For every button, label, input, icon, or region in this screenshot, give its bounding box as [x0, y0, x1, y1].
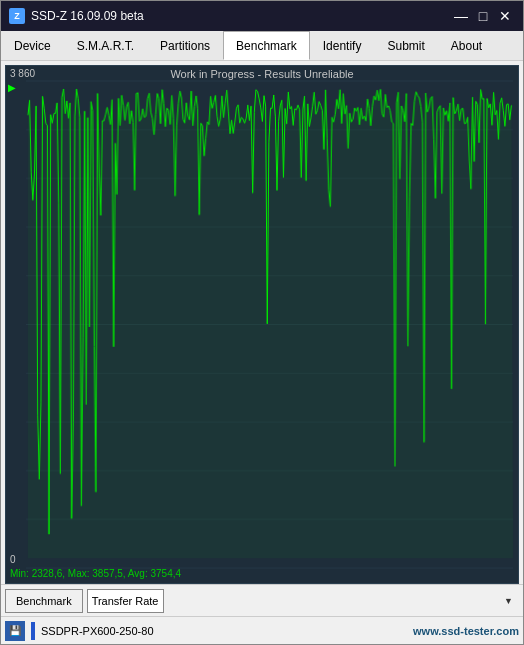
- chart-type-dropdown[interactable]: Transfer Rate Access Time IOPS: [87, 589, 164, 613]
- status-bar: 💾 SSDPR-PX600-250-80 www.ssd-tester.com: [1, 616, 523, 644]
- benchmark-canvas: [6, 66, 518, 583]
- benchmark-chart-container: 3 860 Work in Progress - Results Unrelia…: [5, 65, 519, 584]
- drive-name-label: SSDPR-PX600-250-80: [41, 625, 407, 637]
- chart-y-min-label: 0: [10, 554, 16, 565]
- window-controls: — □ ✕: [451, 6, 515, 26]
- title-bar: Z SSD-Z 16.09.09 beta — □ ✕: [1, 1, 523, 31]
- main-window: Z SSD-Z 16.09.09 beta — □ ✕ Device S.M.A…: [0, 0, 524, 645]
- chart-title: Work in Progress - Results Unreliable: [6, 68, 518, 80]
- chart-type-dropdown-wrapper: Transfer Rate Access Time IOPS: [87, 589, 519, 613]
- menu-item-partitions[interactable]: Partitions: [147, 31, 223, 60]
- minimize-button[interactable]: —: [451, 6, 471, 26]
- website-label: www.ssd-tester.com: [413, 625, 519, 637]
- title-bar-left: Z SSD-Z 16.09.09 beta: [9, 8, 144, 24]
- menu-item-identify[interactable]: Identify: [310, 31, 375, 60]
- menu-bar: Device S.M.A.R.T. Partitions Benchmark I…: [1, 31, 523, 61]
- menu-item-smart[interactable]: S.M.A.R.T.: [64, 31, 147, 60]
- menu-item-device[interactable]: Device: [1, 31, 64, 60]
- window-title: SSD-Z 16.09.09 beta: [31, 9, 144, 23]
- status-drive-icon: 💾: [5, 621, 25, 641]
- maximize-button[interactable]: □: [473, 6, 493, 26]
- app-icon: Z: [9, 8, 25, 24]
- menu-item-benchmark[interactable]: Benchmark: [223, 31, 310, 60]
- bottom-control-bar: Benchmark Transfer Rate Access Time IOPS: [1, 584, 523, 616]
- chart-stats-label: Min: 2328,6, Max: 3857,5, Avg: 3754,4: [10, 568, 181, 579]
- status-indicator: [31, 622, 35, 640]
- menu-item-about[interactable]: About: [438, 31, 495, 60]
- close-button[interactable]: ✕: [495, 6, 515, 26]
- run-benchmark-button[interactable]: Benchmark: [5, 589, 83, 613]
- chart-arrow-icon: ▶: [8, 82, 16, 93]
- menu-item-submit[interactable]: Submit: [374, 31, 437, 60]
